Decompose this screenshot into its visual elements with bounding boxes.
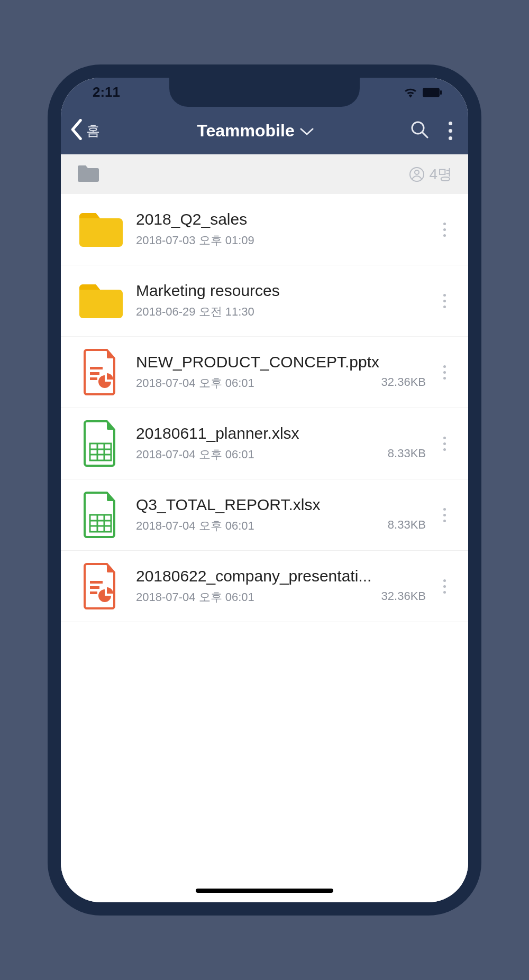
- list-item[interactable]: 20180622_company_presentati...2018-07-04…: [61, 551, 468, 622]
- pptx-icon: [77, 562, 124, 610]
- file-size: 32.36KB: [381, 375, 430, 391]
- chevron-left-icon: [70, 119, 84, 142]
- folder-icon: [77, 206, 124, 253]
- person-icon: [409, 167, 425, 182]
- pptx-icon: [77, 348, 124, 396]
- svg-rect-6: [90, 367, 103, 369]
- item-more-button[interactable]: [436, 508, 452, 522]
- file-size: 8.33KB: [388, 518, 430, 534]
- file-date: 2018-07-04 오후 06:01: [136, 447, 388, 463]
- item-more-button[interactable]: [436, 294, 452, 308]
- list-item[interactable]: NEW_PRODUCT_CONCEPT.pptx2018-07-04 오후 06…: [61, 337, 468, 408]
- folder-icon: [77, 277, 124, 325]
- nav-title: Teammobile: [197, 121, 294, 141]
- svg-rect-21: [90, 591, 97, 594]
- overflow-menu-button[interactable]: [449, 122, 452, 140]
- file-name: Marketing resources: [136, 282, 430, 300]
- file-size: 32.36KB: [381, 589, 430, 605]
- list-item-body: Q3_TOTAL_REPORT.xlsx2018-07-04 오후 06:018…: [136, 496, 430, 534]
- xlsx-icon: [77, 420, 124, 467]
- nav-bar: 홈 Teammobile: [61, 107, 468, 154]
- search-button[interactable]: [411, 121, 428, 141]
- file-size: [426, 304, 430, 320]
- list-item-body: 20180622_company_presentati...2018-07-04…: [136, 567, 430, 605]
- list-item[interactable]: Q3_TOTAL_REPORT.xlsx2018-07-04 오후 06:018…: [61, 479, 468, 551]
- back-label: 홈: [86, 122, 100, 140]
- svg-point-2: [412, 122, 424, 134]
- status-icons: [404, 87, 442, 98]
- list-item-body: Marketing resources2018-06-29 오전 11:30: [136, 282, 430, 320]
- svg-rect-0: [423, 88, 440, 97]
- list-item[interactable]: 20180611_planner.xlsx2018-07-04 오후 06:01…: [61, 408, 468, 479]
- home-indicator[interactable]: [196, 889, 333, 893]
- list-item-body: 2018_Q2_sales2018-07-03 오후 01:09: [136, 210, 430, 248]
- file-date: 2018-07-04 오후 06:01: [136, 518, 388, 534]
- xlsx-icon: [77, 491, 124, 539]
- notch: [169, 78, 360, 107]
- file-size: [426, 233, 430, 248]
- members-count: 4명: [429, 164, 452, 184]
- file-date: 2018-07-04 오후 06:01: [136, 589, 381, 605]
- svg-rect-19: [90, 581, 103, 584]
- wifi-icon: [404, 87, 417, 98]
- folder-title-dropdown[interactable]: Teammobile: [104, 121, 406, 141]
- status-time: 2:11: [93, 84, 120, 100]
- file-date: 2018-06-29 오전 11:30: [136, 304, 426, 320]
- svg-point-5: [415, 170, 419, 174]
- item-more-button[interactable]: [436, 365, 452, 380]
- file-name: NEW_PRODUCT_CONCEPT.pptx: [136, 353, 430, 371]
- file-list[interactable]: 2018_Q2_sales2018-07-03 오후 01:09Marketin…: [61, 194, 468, 902]
- item-more-button[interactable]: [436, 579, 452, 594]
- search-icon: [411, 121, 428, 138]
- file-size: 8.33KB: [388, 447, 430, 463]
- list-item-body: NEW_PRODUCT_CONCEPT.pptx2018-07-04 오후 06…: [136, 353, 430, 391]
- svg-line-3: [423, 133, 427, 137]
- phone-screen: 2:11 홈 Teammobile: [61, 78, 468, 902]
- list-item-body: 20180611_planner.xlsx2018-07-04 오후 06:01…: [136, 424, 430, 463]
- svg-rect-1: [440, 90, 442, 95]
- svg-rect-20: [90, 586, 99, 589]
- back-button[interactable]: 홈: [70, 119, 100, 142]
- svg-rect-7: [90, 372, 99, 375]
- file-name: 2018_Q2_sales: [136, 210, 430, 228]
- item-more-button[interactable]: [436, 223, 452, 237]
- phone-frame: 2:11 홈 Teammobile: [48, 64, 481, 916]
- breadcrumb-folder-icon[interactable]: [77, 164, 100, 185]
- battery-icon: [423, 88, 442, 97]
- members-indicator[interactable]: 4명: [409, 164, 452, 184]
- file-name: Q3_TOTAL_REPORT.xlsx: [136, 496, 430, 514]
- file-name: 20180611_planner.xlsx: [136, 424, 430, 442]
- list-item[interactable]: 2018_Q2_sales2018-07-03 오후 01:09: [61, 194, 468, 265]
- chevron-down-icon: [300, 121, 314, 141]
- breadcrumb-bar: 4명: [61, 154, 468, 194]
- list-item[interactable]: Marketing resources2018-06-29 오전 11:30: [61, 265, 468, 337]
- file-name: 20180622_company_presentati...: [136, 567, 430, 585]
- file-date: 2018-07-03 오후 01:09: [136, 233, 426, 248]
- svg-rect-8: [90, 377, 97, 380]
- file-date: 2018-07-04 오후 06:01: [136, 375, 381, 391]
- item-more-button[interactable]: [436, 437, 452, 451]
